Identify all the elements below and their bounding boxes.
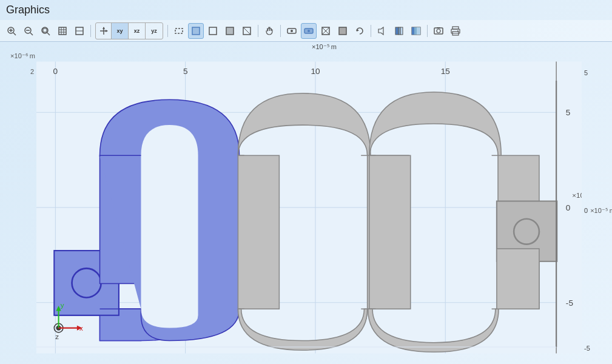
- axis-direction-button[interactable]: [96, 23, 112, 39]
- show-button[interactable]: [301, 23, 317, 39]
- svg-marker-19: [103, 27, 105, 29]
- plot-container: ×10⁻⁶ m 2 0 5 10: [0, 51, 612, 364]
- svg-text:z: z: [55, 333, 59, 340]
- svg-rect-24: [226, 27, 234, 35]
- svg-point-28: [291, 30, 293, 32]
- select-edge-button[interactable]: [222, 23, 238, 39]
- speaker-button[interactable]: [374, 23, 390, 39]
- canvas-area[interactable]: 0 5 10 15 5 0 -5 ×10⁻⁵ m: [36, 51, 582, 364]
- view-xz-button[interactable]: xz: [129, 23, 146, 39]
- svg-line-5: [30, 33, 33, 35]
- select-face-button[interactable]: [205, 23, 221, 39]
- svg-rect-76: [238, 155, 279, 309]
- y-tick-label-neg5: -5: [584, 345, 610, 352]
- svg-text:y: y: [61, 302, 64, 309]
- svg-rect-22: [192, 27, 200, 35]
- hide-button[interactable]: [284, 23, 300, 39]
- svg-rect-34: [339, 27, 346, 35]
- svg-line-1: [13, 33, 16, 35]
- svg-rect-10: [59, 27, 66, 35]
- svg-point-45: [437, 29, 440, 33]
- plot-svg: 0 5 10 15 5 0 -5 ×10⁻⁵ m: [36, 51, 582, 364]
- screenshot-button[interactable]: [431, 23, 446, 39]
- app-title: Graphics: [6, 4, 50, 16]
- app: Graphics xy xz yz: [0, 0, 612, 364]
- hand-tool-button[interactable]: [261, 23, 277, 39]
- svg-text:10: 10: [311, 67, 320, 76]
- svg-text:-5: -5: [566, 298, 573, 308]
- select-rect-button[interactable]: [171, 23, 187, 39]
- solid-button[interactable]: [335, 23, 351, 39]
- y-tick-2: 2: [30, 68, 34, 75]
- title-bar: Graphics: [0, 0, 612, 20]
- select-point-button[interactable]: [239, 23, 255, 39]
- select-mode-button[interactable]: [188, 23, 204, 39]
- separator-5: [371, 25, 371, 37]
- zoom-in-button[interactable]: [4, 23, 19, 39]
- svg-text:0: 0: [53, 67, 58, 76]
- y-axis-zero-row: 0 ×10⁻⁵ m: [584, 207, 610, 215]
- reset-button[interactable]: [352, 23, 368, 39]
- svg-rect-41: [412, 27, 414, 35]
- svg-line-8: [47, 33, 50, 35]
- svg-point-30: [308, 30, 310, 32]
- svg-rect-43: [417, 27, 420, 35]
- x-axis-label: ×10⁻⁵ m: [0, 42, 612, 51]
- y-tick-label-5: 5: [584, 69, 610, 76]
- svg-text:×10⁻⁵ m: ×10⁻⁵ m: [572, 192, 582, 199]
- svg-rect-46: [437, 27, 440, 29]
- svg-rect-9: [43, 29, 47, 32]
- separator-6: [427, 25, 428, 37]
- colorbar-button[interactable]: [408, 23, 424, 39]
- svg-rect-82: [369, 155, 411, 309]
- toolbar: xy xz yz: [0, 20, 612, 42]
- zoom-extent-button[interactable]: [55, 23, 70, 39]
- view-xy-button[interactable]: xy: [112, 23, 129, 39]
- svg-marker-35: [357, 29, 359, 32]
- svg-rect-39: [400, 27, 403, 35]
- view-yz-button[interactable]: yz: [146, 23, 163, 39]
- svg-rect-37: [395, 27, 398, 35]
- separator-4: [280, 25, 281, 37]
- print-final-button[interactable]: [448, 23, 463, 39]
- svg-rect-23: [209, 27, 217, 35]
- svg-rect-90: [497, 249, 539, 309]
- svg-line-26: [243, 27, 251, 35]
- svg-text:15: 15: [441, 67, 450, 76]
- zoom-out-button[interactable]: [21, 23, 36, 39]
- legend-button[interactable]: [391, 23, 407, 39]
- y-axis-label-left: ×10⁻⁶ m: [10, 52, 35, 60]
- svg-text:5: 5: [183, 67, 188, 76]
- svg-rect-42: [414, 27, 417, 35]
- svg-text:x: x: [79, 325, 83, 332]
- svg-rect-21: [175, 29, 183, 33]
- svg-text:5: 5: [566, 108, 571, 117]
- svg-text:0: 0: [566, 203, 571, 212]
- wireframe-button[interactable]: [318, 23, 334, 39]
- separator-2: [167, 25, 168, 37]
- separator-1: [90, 25, 91, 37]
- y-axis-area: ×10⁻⁶ m 2: [0, 51, 36, 364]
- svg-marker-20: [106, 30, 108, 32]
- svg-marker-36: [378, 27, 383, 35]
- svg-point-50: [457, 30, 459, 32]
- y-tick-label-0: 0: [584, 207, 588, 214]
- separator-3: [258, 25, 258, 37]
- zoom-box-button[interactable]: [38, 23, 53, 39]
- y-axis-unit-label: ×10⁻⁵ m: [590, 207, 612, 215]
- y-ticks-right: 5 0 ×10⁻⁵ m -5: [582, 51, 612, 364]
- axis-view-group: xy xz yz: [95, 22, 163, 39]
- zoom-fit-button[interactable]: [72, 23, 87, 39]
